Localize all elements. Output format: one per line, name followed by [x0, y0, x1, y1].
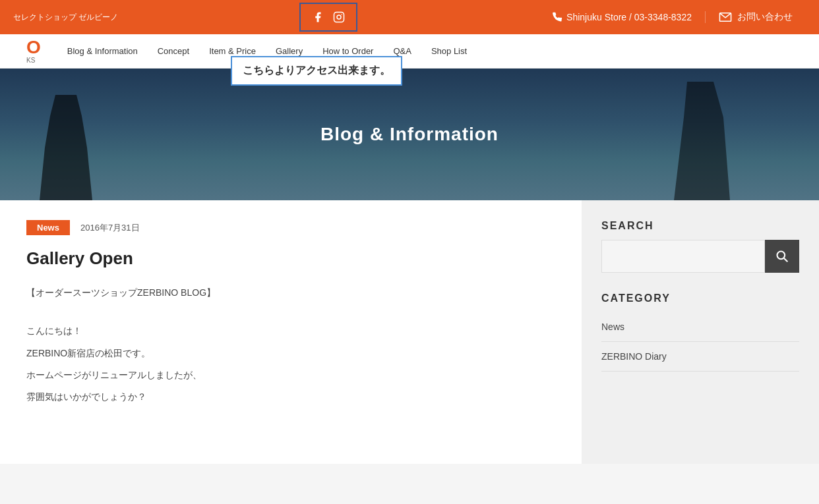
nav-concept[interactable]: Concept [158, 46, 189, 56]
svg-line-5 [784, 258, 787, 262]
svg-rect-0 [334, 13, 344, 22]
logo-main: O [26, 38, 41, 57]
tooltip-box: こちらよりアクセス出来ます。 [231, 56, 402, 86]
tooltip-text: こちらよりアクセス出来ます。 [243, 65, 390, 76]
svg-point-1 [337, 15, 341, 19]
logo-sub: KS [26, 57, 35, 64]
category-list: News ZERBINO Diary [601, 312, 799, 372]
search-icon [775, 250, 789, 263]
category-heading: CATEGORY [601, 293, 799, 304]
sidebar: SEARCH CATEGORY News ZERBINO Diary [582, 200, 819, 464]
category-item-diary[interactable]: ZERBINO Diary [601, 342, 799, 372]
nav-item-price[interactable]: Item & Price [209, 46, 256, 56]
nav-gallery[interactable]: Gallery [276, 46, 303, 56]
post-body: 【オーダースーツショップZERBINO BLOG】 こんにちは！ ZERBINO… [26, 285, 555, 405]
nav-how-to-order[interactable]: How to Order [322, 46, 373, 56]
body-line-5: 雰囲気はいかがでしょうか？ [26, 389, 555, 405]
body-line-1: 【オーダースーツショップZERBINO BLOG】 [26, 285, 555, 301]
contact-section[interactable]: お問い合わせ [705, 11, 806, 23]
body-line-3: ZERBINO新宿店の松田です。 [26, 345, 555, 362]
social-icons-container[interactable] [299, 3, 357, 32]
phone-label: Shinjuku Store / 03-3348-8322 [566, 12, 692, 22]
body-line-2: こんにちは！ [26, 323, 555, 339]
store-name-label: セレクトショップ ゼルビーノ [13, 12, 118, 23]
logo[interactable]: O KS [26, 38, 41, 64]
post-title: Gallery Open [26, 248, 555, 269]
header-right-area: Shinjuku Store / 03-3348-8322 お問い合わせ [539, 11, 806, 23]
facebook-icon[interactable] [307, 7, 328, 28]
instagram-icon[interactable] [328, 7, 349, 28]
search-input[interactable] [601, 240, 765, 273]
hero-section: Blog & Information [0, 69, 819, 200]
category-item-news[interactable]: News [601, 312, 799, 342]
svg-point-4 [777, 252, 785, 260]
hero-title: Blog & Information [320, 124, 499, 145]
body-line-4: ホームページがリニューアルしましたが、 [26, 367, 555, 383]
nav-qa[interactable]: Q&A [393, 46, 411, 56]
contact-label: お問い合わせ [737, 11, 793, 23]
post-meta: News 2016年7月31日 [26, 220, 555, 235]
phone-section: Shinjuku Store / 03-3348-8322 [539, 12, 705, 22]
header-top-bar: セレクトショップ ゼルビーノ [0, 0, 819, 34]
search-button[interactable] [765, 240, 799, 273]
search-section: SEARCH [601, 220, 799, 273]
nav-blog[interactable]: Blog & Information [67, 46, 138, 56]
search-heading: SEARCH [601, 220, 799, 232]
search-area [601, 240, 799, 273]
post-date: 2016年7月31日 [80, 222, 140, 234]
category-section: CATEGORY News ZERBINO Diary [601, 293, 799, 372]
nav-shop-list[interactable]: Shop List [431, 46, 467, 56]
svg-point-2 [342, 14, 343, 15]
nav-list: Blog & Information Concept Item & Price … [67, 46, 467, 56]
main-navigation: O KS Blog & Information Concept Item & P… [0, 34, 819, 69]
blog-post-area: News 2016年7月31日 Gallery Open 【オーダースーツショッ… [0, 200, 582, 464]
news-badge: News [26, 220, 70, 235]
main-content: News 2016年7月31日 Gallery Open 【オーダースーツショッ… [0, 200, 819, 464]
